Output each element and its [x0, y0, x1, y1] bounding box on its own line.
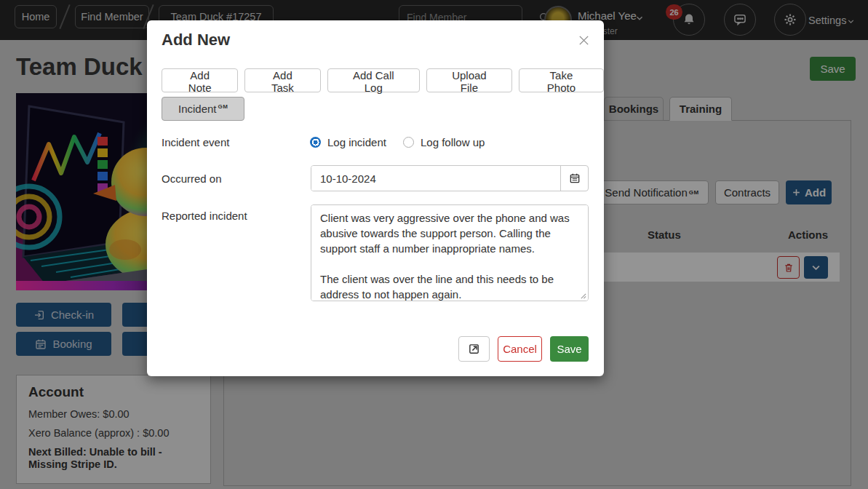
external-link-icon [468, 343, 480, 355]
occurred-on-label: Occurred on [162, 172, 222, 185]
gm-feature-badge: GM [218, 103, 228, 110]
app-window: Home Find Member Team Duck #17257 Michae… [0, 0, 868, 489]
upload-file-button[interactable]: Upload File [426, 68, 512, 92]
reported-incident-label: Reported incident [162, 210, 247, 222]
cancel-button[interactable]: Cancel [498, 336, 542, 362]
resize-grip-icon[interactable] [580, 293, 586, 299]
radio-log-follow-up-label: Log follow up [421, 136, 485, 148]
occurred-on-field [311, 165, 589, 191]
calendar-icon [569, 172, 581, 184]
radio-log-incident[interactable] [310, 137, 321, 148]
add-note-button[interactable]: Add Note [162, 68, 238, 92]
incident-event-label: Incident event [162, 136, 229, 148]
incident-button-selected[interactable]: IncidentGM [162, 97, 244, 121]
record-type-buttons: Add Note Add Task Add Call Log Upload Fi… [162, 68, 604, 92]
reported-incident-field: Client was very aggressive over the phon… [311, 204, 589, 301]
modal-title: Add New [162, 31, 230, 49]
modal-close-button[interactable] [575, 31, 592, 49]
occurred-on-input[interactable] [311, 166, 560, 191]
add-call-log-button[interactable]: Add Call Log [327, 68, 420, 92]
modal-footer: Cancel Save [458, 336, 589, 362]
incident-label: Incident [178, 103, 217, 115]
add-task-button[interactable]: Add Task [244, 68, 320, 92]
radio-log-incident-label: Log incident [327, 136, 386, 148]
close-icon [578, 34, 590, 47]
reported-incident-textarea[interactable]: Client was very aggressive over the phon… [311, 204, 589, 301]
radio-log-follow-up[interactable] [403, 137, 414, 148]
add-new-modal: Add New Add Note Add Task Add Call Log U… [147, 20, 604, 376]
open-in-window-button[interactable] [458, 336, 490, 362]
take-photo-button[interactable]: Take Photo [519, 68, 604, 92]
modal-save-button[interactable]: Save [550, 336, 589, 362]
date-picker-button[interactable] [560, 166, 588, 191]
